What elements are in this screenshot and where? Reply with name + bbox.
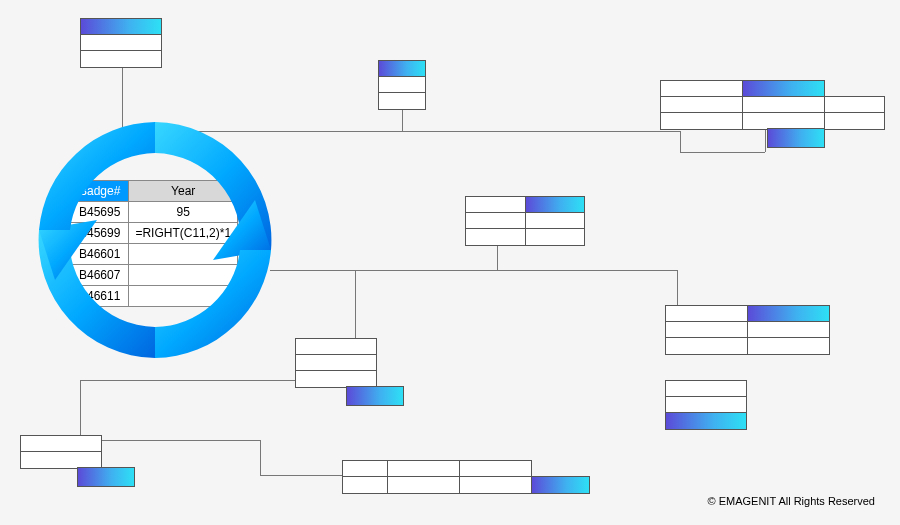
formula-cell: =RIGHT(C11,2)*1 bbox=[129, 223, 238, 244]
connector bbox=[402, 131, 680, 132]
mini-block bbox=[80, 18, 162, 68]
header-badge: Badge# bbox=[71, 181, 129, 202]
connector bbox=[497, 244, 498, 270]
connector bbox=[680, 131, 681, 152]
mini-block bbox=[342, 460, 532, 494]
connector bbox=[260, 440, 261, 475]
connector bbox=[765, 130, 766, 152]
mini-block bbox=[378, 60, 426, 110]
connector bbox=[402, 109, 403, 131]
mini-block bbox=[665, 305, 830, 355]
connector bbox=[122, 131, 402, 132]
connector bbox=[122, 66, 123, 131]
mini-block bbox=[20, 435, 102, 469]
data-table: Badge# Year B45695 95 B45699 =RIGHT(C11,… bbox=[70, 180, 238, 307]
table-row: B46611 bbox=[71, 286, 238, 307]
connector bbox=[80, 440, 260, 441]
connector bbox=[270, 270, 499, 271]
copyright-text: © EMAGENIT All Rights Reserved bbox=[708, 495, 875, 507]
mini-block bbox=[665, 380, 747, 430]
mini-block bbox=[767, 128, 825, 148]
connector bbox=[80, 380, 81, 440]
table-row: B46601 bbox=[71, 244, 238, 265]
mini-block bbox=[532, 476, 590, 494]
mini-block bbox=[346, 386, 404, 406]
connector bbox=[680, 152, 765, 153]
mini-block bbox=[465, 196, 585, 246]
table-row: B45699 =RIGHT(C11,2)*1 bbox=[71, 223, 238, 244]
mini-block bbox=[295, 338, 377, 388]
mini-block bbox=[660, 80, 825, 130]
header-year: Year bbox=[129, 181, 238, 202]
table-row: B45695 95 bbox=[71, 202, 238, 223]
connector bbox=[497, 270, 677, 271]
table-row: B46607 bbox=[71, 265, 238, 286]
mini-block bbox=[77, 467, 135, 487]
mini-block-ext bbox=[825, 96, 885, 130]
